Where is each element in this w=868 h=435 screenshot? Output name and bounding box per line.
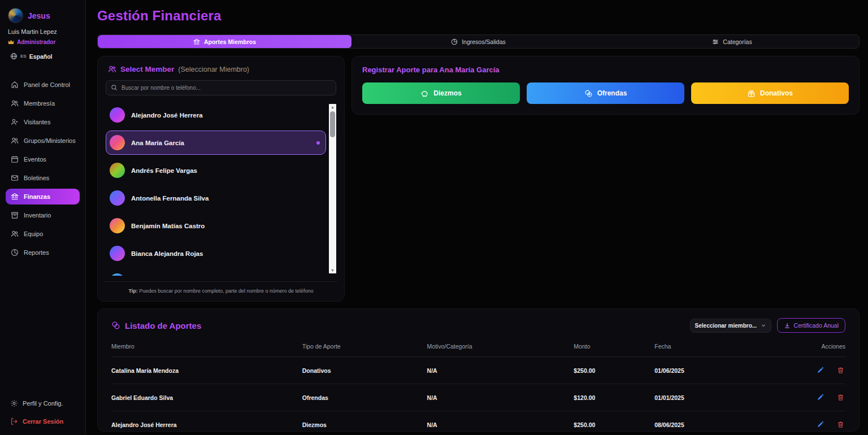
tab-ingresos-salidas[interactable]: Ingresos/Salidas — [351, 35, 605, 48]
member-search-input[interactable] — [106, 80, 336, 95]
cell-date: 01/06/2025 — [654, 357, 765, 384]
logout-button[interactable]: Cerrar Sesión — [8, 415, 77, 428]
member-name: Andrés Felipe Vargas — [131, 167, 197, 174]
divider — [105, 281, 337, 282]
user-role-badge: Administrador — [17, 39, 55, 45]
table-row: Gabriel Eduardo Silva Ofrendas N/A $120.… — [111, 384, 845, 411]
avatar — [110, 246, 125, 261]
cell-type: Ofrendas — [302, 384, 427, 411]
tab-label: Aportes Miembros — [204, 38, 256, 45]
col-monto: Monto — [574, 343, 654, 357]
gear-icon — [10, 399, 18, 407]
member-list-item[interactable]: Bianca Alejandra Rojas — [106, 241, 326, 266]
annual-certificate-button[interactable]: Certificado Anual — [777, 318, 845, 333]
search-tip: Tip: Puedes buscar por nombre completo, … — [106, 288, 336, 294]
sidebar-item-inventario[interactable]: Inventario — [6, 207, 80, 223]
coins-icon — [584, 89, 593, 98]
cell-amount: $120.00 — [574, 384, 654, 411]
sidebar-item-eventos[interactable]: Eventos — [6, 151, 80, 167]
sidebar-item-grupos-ministerios[interactable]: Grupos/Ministerios — [6, 133, 80, 149]
pie-chart-icon — [451, 38, 458, 45]
users-group-icon — [11, 137, 19, 145]
col-motivo: Motivo/Categoría — [427, 343, 574, 357]
member-name: Alejandro José Herrera — [131, 112, 203, 119]
edit-icon[interactable] — [815, 393, 825, 402]
sidebar-item-equipo[interactable]: Equipo — [6, 226, 80, 242]
member-list-item-selected[interactable]: Ana María García — [106, 130, 326, 155]
sidebar-item-membresia[interactable]: Membresía — [6, 95, 80, 111]
sidebar-item-finanzas[interactable]: Finanzas — [6, 189, 80, 205]
users-icon — [11, 99, 19, 107]
member-list-item[interactable]: Andrés Felipe Vargas — [106, 158, 326, 182]
member-list-item[interactable]: Alejandro José Herrera — [106, 103, 326, 127]
piggy-bank-icon — [420, 89, 429, 98]
member-list-item[interactable]: Antonella Fernanda Silva — [106, 186, 326, 210]
app-name: Jesus — [28, 11, 50, 20]
sidebar-item-label: Eventos — [24, 156, 46, 163]
sidebar-item-label: Finanzas — [24, 193, 50, 200]
gift-icon — [747, 89, 756, 98]
download-icon — [784, 322, 791, 329]
chevron-down-icon — [761, 323, 766, 328]
col-tipo: Tipo de Aporte — [302, 343, 427, 357]
table-header-row: Miembro Tipo de Aporte Motivo/Categoría … — [111, 343, 845, 357]
cell-member: Catalina María Mendoza — [111, 357, 302, 384]
tab-aportes-miembros[interactable]: Aportes Miembros — [98, 35, 351, 48]
tab-categorias[interactable]: Categorías — [605, 35, 859, 48]
scroll-up-icon[interactable]: ▲ — [331, 105, 335, 110]
sidebar-item-label: Reportes — [24, 249, 49, 256]
trash-icon[interactable] — [836, 420, 845, 429]
diezmos-button[interactable]: Diezmos — [362, 82, 520, 104]
cell-motive: N/A — [427, 411, 574, 432]
table-row: Catalina María Mendoza Donativos N/A $25… — [111, 357, 845, 384]
ofrendas-button[interactable]: Ofrendas — [527, 82, 684, 104]
search-icon — [111, 84, 118, 91]
avatar — [110, 107, 125, 123]
tab-label: Ingresos/Salidas — [462, 38, 506, 45]
cell-member: Alejandro José Herrera — [111, 411, 302, 432]
user-plus-icon — [11, 118, 19, 126]
select-member-subtitle: (Seleccionar Miembro) — [178, 66, 249, 73]
diezmos-label: Diezmos — [433, 89, 461, 97]
edit-icon[interactable] — [815, 366, 825, 375]
donativos-button[interactable]: Donativos — [691, 82, 849, 104]
bank-icon — [11, 193, 19, 201]
member-name: Ana María García — [131, 140, 184, 146]
member-list-scrollbar[interactable]: ▲ ▼ — [329, 104, 336, 273]
tab-bar: Aportes Miembros Ingresos/Salidas Catego… — [97, 34, 860, 49]
profile-block: Jesus Luis Martin Lepez Administrador ES… — [6, 8, 80, 60]
language-selector[interactable]: ES Español — [8, 53, 77, 60]
cell-type: Diezmos — [302, 411, 427, 432]
trash-icon[interactable] — [836, 366, 845, 375]
user-name: Luis Martin Lepez — [8, 28, 77, 35]
contributions-title: Listado de Aportes — [125, 321, 201, 330]
sidebar-item-label: Visitantes — [24, 119, 51, 125]
sidebar-item-boletines[interactable]: Boletines — [6, 170, 80, 186]
selected-indicator-dot — [316, 141, 320, 145]
register-contribution-panel: Registrar Aporte para Ana María García D… — [351, 56, 860, 115]
scrollbar-thumb[interactable] — [330, 111, 335, 137]
register-title: Registrar Aporte para Ana María García — [362, 66, 849, 74]
member-filter-select[interactable]: Seleccionar miembro... — [690, 319, 771, 333]
avatar — [110, 190, 125, 206]
scroll-down-icon[interactable]: ▼ — [331, 268, 335, 273]
sidebar-item-visitantes[interactable]: Visitantes — [6, 114, 80, 130]
sidebar-item-panel-de-control[interactable]: Panel de Control — [6, 77, 80, 93]
avatar — [110, 135, 125, 150]
pie-chart-icon — [11, 249, 19, 256]
member-list: Alejandro José Herrera Ana María García … — [106, 103, 326, 276]
sidebar-item-reportes[interactable]: Reportes — [6, 245, 80, 260]
globe-icon — [10, 53, 18, 60]
member-list-item[interactable]: Camila Fernanda López — [106, 269, 326, 276]
member-list-item[interactable]: Benjamín Matías Castro — [106, 214, 326, 238]
logout-label: Cerrar Sesión — [23, 418, 63, 425]
annual-certificate-label: Certificado Anual — [794, 322, 839, 329]
coins-icon — [111, 321, 120, 330]
edit-icon[interactable] — [815, 420, 825, 429]
cell-type: Donativos — [302, 357, 427, 384]
trash-icon[interactable] — [836, 393, 845, 402]
profile-settings-button[interactable]: Perfil y Config. — [8, 397, 77, 410]
cell-member: Gabriel Eduardo Silva — [111, 384, 302, 411]
avatar — [110, 273, 125, 276]
col-fecha: Fecha — [654, 343, 765, 357]
